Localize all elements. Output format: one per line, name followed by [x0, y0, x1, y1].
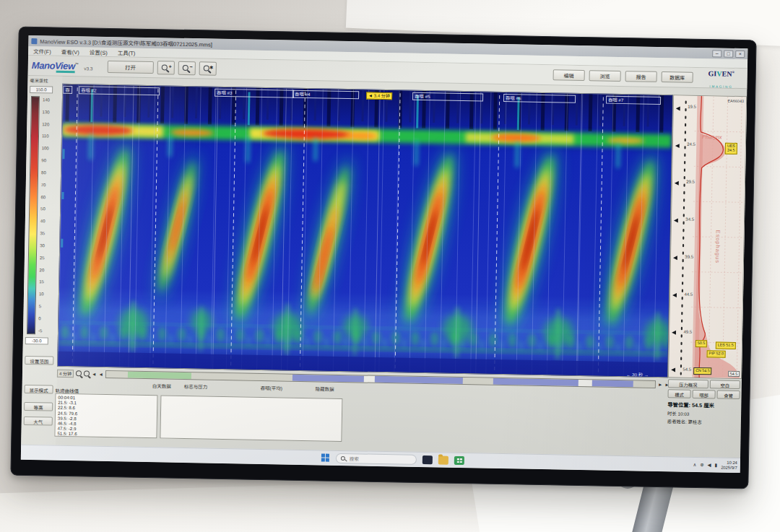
maximize-button[interactable]: □	[724, 50, 733, 57]
time-scale-marker: ← 30 秒 →	[626, 371, 649, 378]
trace-values-table[interactable]: 00:04:01 21.5: -3.1 22.5: 8.6 24.5: 79.6…	[54, 393, 157, 439]
battery-icon[interactable]: ▮	[715, 462, 718, 468]
menu-settings[interactable]: 设置(S)	[90, 48, 108, 56]
monitor: ManoView ESO v.3.3 [D:\食道测压源文件\陈军威03吞咽07…	[10, 27, 756, 489]
menu-view[interactable]: 查看(V)	[61, 47, 79, 55]
magnifier-icon	[162, 64, 168, 70]
version-label: v3.3	[84, 66, 92, 71]
time-window-label[interactable]: 4 分钟	[57, 369, 74, 377]
zoom-out-button[interactable]: −	[178, 61, 195, 75]
patient-name: 患者姓名: 覃桂志	[667, 418, 740, 426]
swallow-label[interactable]: 吞咽 #3	[214, 89, 294, 98]
network-icon[interactable]: ⊕	[700, 462, 704, 468]
notes-box[interactable]	[160, 395, 342, 442]
color-scale-bar	[27, 96, 40, 334]
marker-badge-50[interactable]: 50.5	[696, 340, 707, 347]
cn-badge[interactable]: CN 54.5	[693, 367, 712, 375]
timeline-zoom-out-icon[interactable]	[84, 370, 90, 376]
filter-hide-data[interactable]: 隐藏数据	[316, 385, 334, 392]
close-button[interactable]: ×	[735, 50, 745, 57]
study-summary-panel: 压力概况 空白 模式 咽部 食管 导管位置: 54.5 厘米 时长 10:03 …	[667, 379, 740, 426]
screen: ManoView ESO v.3.3 [D:\食道测压源文件\陈军威03吞咽07…	[21, 35, 748, 473]
pharynx-label: Pharynx	[702, 134, 722, 141]
set-range-button[interactable]: 设置范围	[25, 356, 53, 365]
swallow-label[interactable]: 吞咽 #7	[606, 96, 661, 105]
clock-time: 10:24	[727, 461, 737, 465]
depth-corner-badge: 54.5	[728, 371, 740, 377]
heatmap-plot	[58, 84, 672, 377]
esophagus-view-button[interactable]: 食管	[716, 390, 740, 399]
magnifier-icon	[203, 65, 209, 71]
mode-database-button[interactable]: 数据库	[662, 71, 693, 83]
contour-button[interactable]: 等高	[24, 402, 53, 411]
zoom-select-button[interactable]: ∗	[199, 61, 216, 75]
start-button[interactable]	[321, 453, 330, 462]
blank-button[interactable]: 空白	[710, 380, 740, 389]
taskbar-search[interactable]	[336, 453, 417, 465]
filter-landmarks-pressures[interactable]: 标志与压力	[184, 383, 208, 391]
device-serial: EA66043	[727, 99, 744, 103]
app-icon	[31, 38, 37, 44]
swallow-label[interactable]: 吞咽 #2	[79, 86, 160, 95]
given-imaging-logo: GIVEN® IMAGING	[698, 66, 744, 90]
study-duration: 时长 10:03	[667, 410, 740, 418]
filter-day-data[interactable]: 白天数据	[152, 382, 171, 389]
swallow-label[interactable]: 吞咽 #4	[292, 90, 359, 100]
time-interval-badge[interactable]: ◄ 3.4 分钟	[366, 92, 392, 100]
file-explorer-icon[interactable]	[438, 455, 448, 464]
volume-icon[interactable]: ◀	[708, 462, 711, 468]
scroll-right-button[interactable]: ►	[658, 381, 663, 386]
zoom-in-button[interactable]: +	[157, 61, 174, 74]
mode-browse-button[interactable]: 浏览	[589, 70, 621, 82]
esophagus-label: Esophagus	[714, 230, 722, 263]
display-mode-button[interactable]: 显示模式	[24, 385, 53, 394]
atmospheric-button[interactable]: 大气	[24, 417, 53, 426]
pharynx-view-button[interactable]: 咽部	[693, 390, 716, 399]
mode-edit-button[interactable]: 编辑	[553, 69, 585, 81]
scale-min-value[interactable]: -30.0	[25, 337, 48, 345]
swallow-label[interactable]: 吞咽 #5	[412, 92, 483, 102]
manoview-logo: ManoView™	[32, 60, 79, 71]
search-input[interactable]	[348, 455, 399, 463]
menu-file[interactable]: 文件(F)	[33, 47, 51, 55]
filter-swallow-average[interactable]: 吞咽(平均)	[261, 384, 283, 392]
manoview-taskbar-icon[interactable]	[454, 456, 464, 465]
pressure-profile-panel[interactable]: EA66043 19.524.5 29.534.5 39.544.5 49.55…	[668, 95, 747, 379]
catheter-position: 导管位置: 54.5 厘米	[667, 401, 740, 409]
minimize-button[interactable]: –	[712, 50, 722, 57]
sensor-depth-labels: 19.524.5 29.534.5 39.544.5 49.554.5	[669, 104, 697, 372]
search-icon	[341, 456, 345, 461]
pip-badge[interactable]: PIP 52.0	[707, 350, 726, 357]
units-label: 毫米汞柱	[30, 77, 48, 84]
timeline-zoom-in-icon[interactable]	[76, 370, 82, 376]
taskbar-clock[interactable]: 10:24 2025/9/7	[721, 460, 737, 471]
tray-chevron-icon[interactable]: ∧	[693, 462, 696, 468]
ues-badge[interactable]: UES24.5	[725, 143, 737, 154]
swallow-label[interactable]: 吞	[63, 86, 72, 94]
clock-date: 2025/9/7	[721, 466, 737, 470]
magnifier-icon	[182, 65, 188, 71]
mode-report-button[interactable]: 报告	[625, 71, 657, 82]
pressure-topography-heatmap[interactable]: 吞 吞咽 #2 吞咽 #3 吞咽 #4 吞咽 #5 吞咽 #6 吞咽 #7 ◄ …	[57, 84, 673, 378]
scroll-left-button[interactable]: ◄	[98, 371, 103, 376]
scale-max-value[interactable]: 150.0	[30, 86, 53, 94]
open-button[interactable]: 打开	[107, 61, 153, 74]
windows-taskbar: ∧ ⊕ ◀ ▮ 10:24 2025/9/7	[21, 445, 740, 473]
scroll-left-button[interactable]: ◄	[92, 371, 97, 376]
les-badge[interactable]: LES 51.5	[716, 341, 736, 349]
photo-of-monitor: ManoView ESO v.3.3 [D:\食道测压源文件\陈军威03吞咽07…	[0, 0, 780, 532]
table-row: 51.5: 17.6	[57, 431, 154, 438]
menu-tools[interactable]: 工具(T)	[118, 48, 136, 56]
taskbar-app-icon-dark[interactable]	[422, 455, 433, 464]
swallow-label[interactable]: 吞咽 #6	[503, 94, 576, 103]
mode-button[interactable]: 模式	[668, 389, 691, 398]
color-scale-ticks: 140130 120110 10090 8070 6050 4035 3025 …	[38, 97, 50, 333]
pressure-profile-button[interactable]: 压力概况	[668, 379, 708, 388]
